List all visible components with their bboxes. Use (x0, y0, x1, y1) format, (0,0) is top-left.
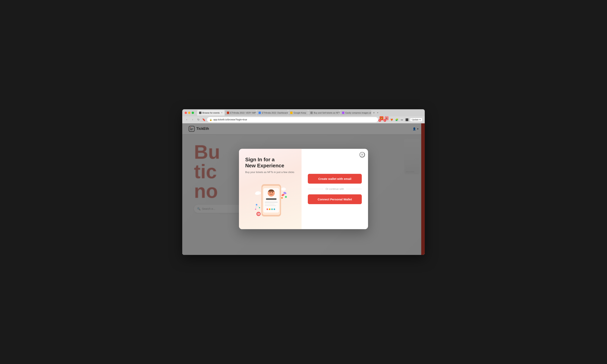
connect-wallet-button[interactable]: Connect Personal Wallet (308, 195, 362, 204)
tab-favicon-compress (342, 112, 344, 114)
svg-point-19 (255, 192, 259, 195)
svg-point-24 (281, 197, 283, 199)
connect-wallet-label: Connect Personal Wallet (317, 198, 352, 201)
brave-extension[interactable]: 🦁 2 (380, 116, 383, 123)
puzzle-extension[interactable]: 🧩 (395, 118, 399, 122)
tab-favicon-keep (290, 112, 292, 114)
tab-google-keep[interactable]: Google Keep (288, 110, 308, 116)
update-chevron-icon: ▾ (420, 118, 421, 121)
tabs-row: Browse for events ✕ ETHIndia 2022: VERY … (197, 110, 422, 116)
signin-modal: Sign In for aNew Experience Buy your tic… (239, 149, 368, 229)
fox-extension[interactable]: 🦊 (390, 118, 394, 122)
url-text: app.ticketh.io/browse?login=true (213, 118, 247, 121)
modal-subtitle: Buy your tickets as NFTs in just a few c… (245, 171, 295, 174)
modal-title: Sign In for aNew Experience (245, 156, 295, 169)
minimize-window-button[interactable] (188, 112, 190, 114)
svg-point-21 (281, 193, 285, 197)
traffic-lights (185, 112, 194, 114)
page-content: TickEth 👤 ▾ Bu tic no 🔍 Search e... SKU1… (182, 123, 425, 255)
svg-point-9 (272, 192, 273, 193)
bookmark-icon[interactable]: 🔖 (202, 118, 206, 121)
svg-rect-13 (265, 206, 276, 206)
phone-svg (253, 179, 288, 221)
create-wallet-label: Create wallet with email (318, 177, 351, 181)
close-window-button[interactable] (185, 112, 187, 114)
tab-label-mail: ETHIndia 2022: VERY IMPOR (230, 112, 256, 114)
reload-button[interactable]: ↻ (196, 117, 201, 122)
brave-badge: 2 (378, 119, 381, 122)
svg-line-29 (256, 205, 257, 209)
modal-left-panel: Sign In for aNew Experience Buy your tic… (239, 149, 302, 229)
svg-rect-10 (266, 198, 277, 200)
tab-favicon-dashboard (259, 112, 261, 114)
tab-buy-sell-nfts[interactable]: Buy and Sell tickets as NFTs (308, 110, 340, 116)
tab-label-browse: Browse for events (202, 112, 220, 114)
browser-extensions: 🦁 2 ⚠ 2 🦊 🧩 ▭ ⬛ Update ▾ (380, 116, 422, 123)
maximize-window-button[interactable] (192, 112, 194, 114)
tab-label-nfts: Buy and Sell tickets as NFTs (314, 112, 340, 114)
tab-label-keep: Google Keep (293, 112, 306, 114)
modal-close-button[interactable]: × (359, 152, 365, 157)
new-tab-button[interactable]: + (372, 111, 376, 115)
download-extension[interactable]: ⬛ (405, 118, 409, 122)
tab-overflow-button[interactable]: ▾ (376, 112, 379, 114)
tab-favicon-nfts (310, 112, 313, 114)
svg-point-8 (270, 192, 271, 193)
sidebar-toggle[interactable]: ▭ (400, 118, 404, 122)
create-wallet-button[interactable]: Create wallet with email (308, 174, 362, 184)
tab-compress-images[interactable]: Easily compress images at o (340, 110, 371, 116)
tab-ethindia-dashboard[interactable]: ETHIndia 2022: Dashboard | (257, 110, 288, 116)
svg-point-23 (285, 196, 287, 198)
tab-label-dashboard: ETHIndia 2022: Dashboard | (262, 112, 288, 114)
svg-point-15 (269, 208, 270, 210)
svg-point-16 (271, 208, 273, 210)
back-button[interactable]: ‹ (185, 117, 189, 122)
address-field[interactable]: 🔒 app.ticketh.io/browse?login=true (207, 117, 378, 122)
update-label: Update (412, 118, 419, 121)
svg-point-14 (266, 208, 268, 210)
svg-line-28 (257, 205, 260, 208)
svg-rect-12 (265, 204, 275, 205)
browser-window: Browse for events ✕ ETHIndia 2022: VERY … (182, 109, 425, 255)
tab-ethindia-mail[interactable]: ETHIndia 2022: VERY IMPOR (225, 110, 256, 116)
tab-browse-events[interactable]: Browse for events ✕ (197, 110, 224, 116)
forward-button[interactable]: › (190, 117, 195, 122)
tab-label-compress: Easily compress images at o (345, 112, 371, 114)
phone-illustration (245, 179, 295, 221)
address-bar: ‹ › ↻ 🔖 🔒 app.ticketh.io/browse?login=tr… (182, 116, 425, 123)
tab-favicon-browse (199, 112, 201, 114)
svg-rect-11 (265, 202, 278, 203)
svg-point-20 (281, 188, 286, 191)
tab-close-browse[interactable]: ✕ (221, 112, 223, 114)
metamask-extension[interactable]: ⚠ 2 (385, 116, 389, 123)
svg-point-30 (256, 212, 261, 216)
divider: Or continue with (308, 188, 362, 191)
modal-right-panel: × Create wallet with email Or continue w… (302, 149, 368, 229)
divider-text-label: Or continue with (326, 188, 344, 191)
tab-favicon-mail (227, 112, 229, 114)
lock-icon: 🔒 (210, 118, 212, 121)
metamask-badge: 2 (383, 119, 386, 122)
update-button[interactable]: Update ▾ (410, 118, 422, 122)
title-bar: Browse for events ✕ ETHIndia 2022: VERY … (182, 109, 425, 116)
svg-point-17 (274, 208, 275, 210)
